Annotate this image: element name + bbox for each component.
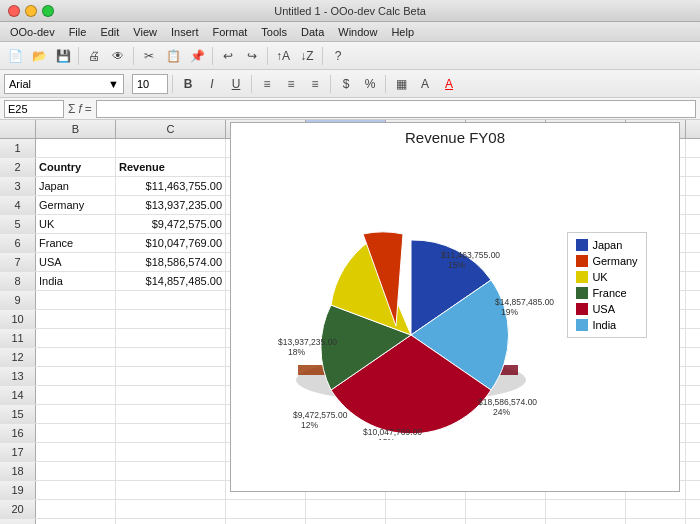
currency-button[interactable]: $ [335,73,357,95]
new-button[interactable]: 📄 [4,45,26,67]
cell-c2[interactable]: Revenue [116,158,226,176]
font-selector[interactable]: Arial ▼ [4,74,124,94]
menu-item-ooo-dev[interactable]: OOo-dev [4,25,61,39]
undo-button[interactable]: ↩ [217,45,239,67]
cell-c5[interactable]: $9,472,575.00 [116,215,226,233]
svg-text:24%: 24% [493,407,510,417]
cell-b6[interactable]: France [36,234,116,252]
row-num: 3 [0,177,36,195]
cell-b7[interactable]: USA [36,253,116,271]
cell-c6[interactable]: $10,047,769.00 [116,234,226,252]
svg-text:15%: 15% [448,260,465,270]
row-num: 1 [0,139,36,157]
underline-button[interactable]: U [225,73,247,95]
sort-desc-button[interactable]: ↓Z [296,45,318,67]
cell-reference-input[interactable] [4,100,64,118]
menubar: OOo-devFileEditViewInsertFormatToolsData… [0,22,700,42]
close-button[interactable] [8,5,20,17]
menu-item-view[interactable]: View [127,25,163,39]
cell-j3[interactable] [686,177,700,195]
menu-item-window[interactable]: Window [332,25,383,39]
formula-fx-icon[interactable]: f [78,102,81,116]
cell-c8[interactable]: $14,857,485.00 [116,272,226,290]
font-size-selector[interactable]: 10 [132,74,168,94]
cell-b8[interactable]: India [36,272,116,290]
toolbar-separator3 [212,47,213,65]
formula-input[interactable] [96,100,696,118]
minimize-button[interactable] [25,5,37,17]
legend-item: UK [576,271,637,283]
cell-j5[interactable] [686,215,700,233]
cell-j4[interactable] [686,196,700,214]
align-right-button[interactable]: ≡ [304,73,326,95]
toolbar-separator8 [330,75,331,93]
redo-button[interactable]: ↪ [241,45,263,67]
align-left-button[interactable]: ≡ [256,73,278,95]
cell-j1[interactable] [686,139,700,157]
svg-text:18%: 18% [288,347,305,357]
open-button[interactable]: 📂 [28,45,50,67]
cell-c1[interactable] [116,139,226,157]
cell-b2[interactable]: Country [36,158,116,176]
cell-j8[interactable] [686,272,700,290]
toolbar-separator5 [322,47,323,65]
cell-b5[interactable]: UK [36,215,116,233]
border-button[interactable]: ▦ [390,73,412,95]
menu-item-help[interactable]: Help [385,25,420,39]
svg-text:$10,047,769.00: $10,047,769.00 [363,427,422,437]
percent-button[interactable]: % [359,73,381,95]
align-center-button[interactable]: ≡ [280,73,302,95]
toolbar-separator7 [251,75,252,93]
cell-c4[interactable]: $13,937,235.00 [116,196,226,214]
font-color-button[interactable]: A [438,73,460,95]
legend-item: USA [576,303,637,315]
italic-button[interactable]: I [201,73,223,95]
cell-j7[interactable] [686,253,700,271]
cell-b3[interactable]: Japan [36,177,116,195]
cell-c7[interactable]: $18,586,574.00 [116,253,226,271]
cell-b1[interactable] [36,139,116,157]
font-name: Arial [9,78,31,90]
menu-item-data[interactable]: Data [295,25,330,39]
paste-button[interactable]: 📌 [186,45,208,67]
save-button[interactable]: 💾 [52,45,74,67]
copy-button[interactable]: 📋 [162,45,184,67]
row-num: 4 [0,196,36,214]
svg-text:12%: 12% [301,420,318,430]
svg-text:$11,463,755.00: $11,463,755.00 [441,250,500,260]
col-header-b[interactable]: B [36,120,116,138]
menu-item-edit[interactable]: Edit [94,25,125,39]
bg-color-button[interactable]: A [414,73,436,95]
menu-item-insert[interactable]: Insert [165,25,205,39]
maximize-button[interactable] [42,5,54,17]
menu-item-format[interactable]: Format [207,25,254,39]
formula-equals-icon: = [85,102,92,116]
cell-b4[interactable]: Germany [36,196,116,214]
menu-item-tools[interactable]: Tools [255,25,293,39]
table-row: 21 [0,519,700,524]
cell-j2[interactable] [686,158,700,176]
font-dropdown-icon[interactable]: ▼ [108,78,119,90]
menu-item-file[interactable]: File [63,25,93,39]
font-size: 10 [137,78,149,90]
cut-button[interactable]: ✂ [138,45,160,67]
col-header-c[interactable]: C [116,120,226,138]
spreadsheet-area: B C D E F G H I J 1 2CountryRevenue 3Jap… [0,120,700,524]
chart-legend: Japan Germany UK France USA [567,232,646,338]
legend-label-usa: USA [592,303,615,315]
row-num: 19 [0,481,36,499]
col-header-j[interactable]: J [686,120,700,138]
row-num: 21 [0,519,36,524]
preview-button[interactable]: 👁 [107,45,129,67]
chart-container[interactable]: Revenue FY08 [230,122,680,492]
legend-label-germany: Germany [592,255,637,267]
sort-asc-button[interactable]: ↑A [272,45,294,67]
print-button[interactable]: 🖨 [83,45,105,67]
formula-sum-icon[interactable]: Σ [68,102,75,116]
help-button[interactable]: ? [327,45,349,67]
bold-button[interactable]: B [177,73,199,95]
row-num: 6 [0,234,36,252]
cell-c3[interactable]: $11,463,755.00 [116,177,226,195]
cell-j6[interactable] [686,234,700,252]
window-title: Untitled 1 - OOo-dev Calc Beta [274,5,426,17]
